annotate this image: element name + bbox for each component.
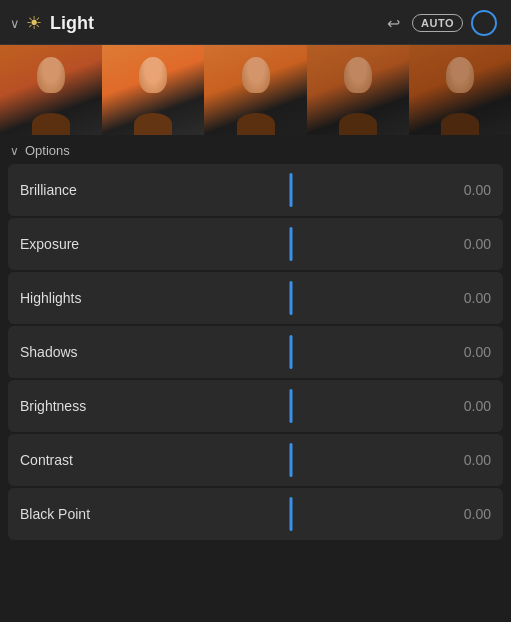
black-point-value: 0.00 (441, 506, 491, 522)
brightness-track[interactable] (140, 380, 441, 432)
contrast-value: 0.00 (441, 452, 491, 468)
brilliance-track[interactable] (140, 164, 441, 216)
brightness-value: 0.00 (441, 398, 491, 414)
undo-button[interactable]: ↩ (383, 12, 404, 35)
thumbnail-3-selected[interactable] (204, 45, 306, 135)
mode-toggle-button[interactable] (471, 10, 497, 36)
header-actions: ↩ AUTO (383, 10, 497, 36)
shadows-value: 0.00 (441, 344, 491, 360)
options-chevron-icon: ∨ (10, 144, 19, 158)
sun-icon: ☀ (26, 12, 42, 34)
highlights-label: Highlights (20, 290, 140, 306)
light-panel: ∨ ☀ Light ↩ AUTO ∨ Options B (0, 0, 511, 622)
brilliance-slider-row[interactable]: Brilliance 0.00 (8, 164, 503, 216)
brightness-slider-row[interactable]: Brightness 0.00 (8, 380, 503, 432)
brilliance-label: Brilliance (20, 182, 140, 198)
sliders-container: Brilliance 0.00 Exposure 0.00 Highlights… (0, 164, 511, 622)
highlights-value: 0.00 (441, 290, 491, 306)
thumbnail-4[interactable] (307, 45, 409, 135)
contrast-label: Contrast (20, 452, 140, 468)
collapse-chevron[interactable]: ∨ (10, 16, 20, 31)
brilliance-indicator (289, 173, 292, 207)
exposure-slider-row[interactable]: Exposure 0.00 (8, 218, 503, 270)
exposure-label: Exposure (20, 236, 140, 252)
contrast-slider-row[interactable]: Contrast 0.00 (8, 434, 503, 486)
exposure-track[interactable] (140, 218, 441, 270)
shadows-indicator (289, 335, 292, 369)
thumbnail-1[interactable] (0, 45, 102, 135)
highlights-slider-row[interactable]: Highlights 0.00 (8, 272, 503, 324)
contrast-indicator (289, 443, 292, 477)
brilliance-value: 0.00 (441, 182, 491, 198)
black-point-indicator (289, 497, 292, 531)
shadows-label: Shadows (20, 344, 140, 360)
black-point-slider-row[interactable]: Black Point 0.00 (8, 488, 503, 540)
highlights-track[interactable] (140, 272, 441, 324)
brightness-label: Brightness (20, 398, 140, 414)
thumbnail-5[interactable] (409, 45, 511, 135)
exposure-value: 0.00 (441, 236, 491, 252)
brightness-indicator (289, 389, 292, 423)
contrast-track[interactable] (140, 434, 441, 486)
options-label: Options (25, 143, 70, 158)
thumbnail-2[interactable] (102, 45, 204, 135)
black-point-track[interactable] (140, 488, 441, 540)
black-point-label: Black Point (20, 506, 140, 522)
thumbnail-strip (0, 45, 511, 135)
options-section-header[interactable]: ∨ Options (0, 135, 511, 164)
panel-title: Light (50, 13, 383, 34)
shadows-slider-row[interactable]: Shadows 0.00 (8, 326, 503, 378)
exposure-indicator (289, 227, 292, 261)
shadows-track[interactable] (140, 326, 441, 378)
panel-header: ∨ ☀ Light ↩ AUTO (0, 0, 511, 45)
highlights-indicator (289, 281, 292, 315)
auto-button[interactable]: AUTO (412, 14, 463, 32)
